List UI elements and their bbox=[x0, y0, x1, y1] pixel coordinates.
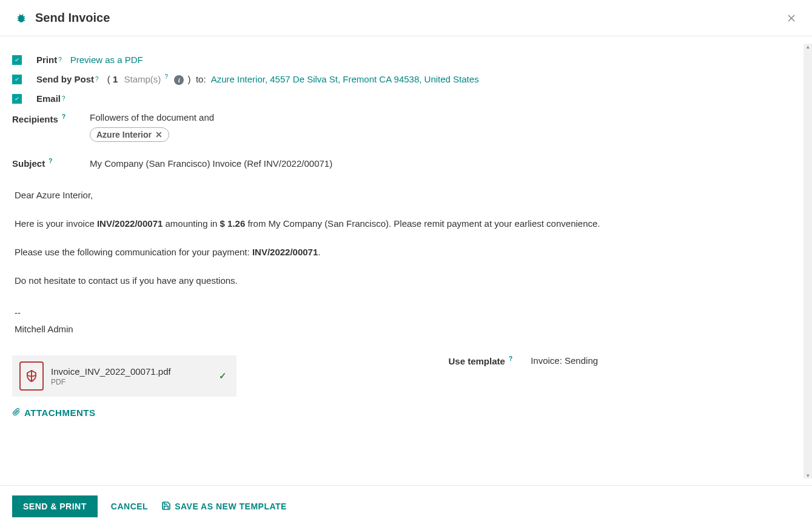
send-print-button[interactable]: SEND & PRINT bbox=[12, 495, 98, 517]
print-checkbox[interactable] bbox=[12, 55, 22, 65]
modal-footer: SEND & PRINT CANCEL SAVE AS NEW TEMPLATE bbox=[0, 485, 812, 527]
attachments-button[interactable]: ATTACHMENTS bbox=[12, 408, 95, 418]
modal-title: Send Invoice bbox=[35, 11, 110, 25]
stamp-word: Stamp(s) bbox=[124, 74, 161, 84]
close-button[interactable] bbox=[785, 12, 797, 27]
option-post-row: Send by Post ? ( 1 Stamp(s) ? i ) to: Az… bbox=[12, 73, 800, 85]
template-column: Use template ? Invoice: Sending bbox=[406, 355, 800, 366]
email-help-icon[interactable]: ? bbox=[62, 95, 65, 102]
recipients-label: Recipients bbox=[12, 114, 58, 124]
signature-separator: -- bbox=[15, 304, 797, 321]
save-template-label: SAVE AS NEW TEMPLATE bbox=[175, 502, 287, 511]
modal-body: Print ? Preview as a PDF Send by Post ? … bbox=[0, 36, 812, 473]
post-help-icon[interactable]: ? bbox=[95, 76, 99, 82]
recipient-tag-label: Azure Interior bbox=[96, 130, 152, 139]
post-checkbox[interactable] bbox=[12, 75, 22, 84]
attachments-label: ATTACHMENTS bbox=[24, 408, 95, 418]
option-email-row: Email ? bbox=[12, 93, 800, 104]
subject-input[interactable]: My Company (San Francisco) Invoice (Ref … bbox=[90, 158, 332, 169]
subject-help-icon[interactable]: ? bbox=[49, 158, 52, 164]
info-icon[interactable]: i bbox=[174, 75, 184, 85]
recipients-intro: Followers of the document and bbox=[90, 112, 800, 123]
email-label: Email bbox=[36, 93, 61, 104]
print-help-icon[interactable]: ? bbox=[58, 56, 62, 63]
cancel-button[interactable]: CANCEL bbox=[111, 502, 148, 511]
attachment-filename: Invoice_INV_2022_00071.pdf bbox=[51, 366, 171, 377]
template-help-icon[interactable]: ? bbox=[509, 355, 512, 362]
subject-row: Subject ? My Company (San Francisco) Inv… bbox=[12, 158, 800, 169]
remove-recipient-icon[interactable]: ✕ bbox=[155, 130, 163, 139]
body-line1: Here is your invoice INV/2022/00071 amou… bbox=[15, 215, 797, 232]
template-select[interactable]: Invoice: Sending bbox=[531, 355, 598, 366]
post-address-link[interactable]: Azure Interior, 4557 De Silva St, Fremon… bbox=[211, 74, 479, 84]
attachment-column: Invoice_INV_2022_00071.pdf PDF ✓ ATTACHM… bbox=[12, 355, 406, 418]
preview-pdf-link[interactable]: Preview as a PDF bbox=[70, 55, 143, 65]
to-prefix: to: bbox=[196, 74, 206, 84]
attachment-card[interactable]: Invoice_INV_2022_00071.pdf PDF ✓ bbox=[12, 355, 237, 397]
stamp-count: 1 bbox=[113, 74, 118, 84]
post-label: Send by Post bbox=[36, 74, 94, 84]
bottom-row: Invoice_INV_2022_00071.pdf PDF ✓ ATTACHM… bbox=[12, 355, 800, 418]
recipients-row: Recipients ? Followers of the document a… bbox=[12, 112, 800, 142]
signature-name: Mitchell Admin bbox=[15, 321, 797, 337]
attachment-ok-icon: ✓ bbox=[219, 371, 227, 381]
save-template-button[interactable]: SAVE AS NEW TEMPLATE bbox=[161, 501, 287, 512]
pdf-icon bbox=[19, 361, 44, 391]
attachment-type: PDF bbox=[51, 378, 171, 386]
print-label: Print bbox=[36, 55, 57, 65]
email-body[interactable]: Dear Azure Interior, Here is your invoic… bbox=[12, 183, 800, 341]
option-print-row: Print ? Preview as a PDF bbox=[12, 55, 800, 65]
recipient-tag[interactable]: Azure Interior ✕ bbox=[90, 127, 169, 142]
body-line3: Do not hesitate to contact us if you hav… bbox=[15, 272, 797, 289]
email-checkbox[interactable] bbox=[12, 94, 22, 104]
scrollbar[interactable] bbox=[804, 44, 812, 478]
bug-icon bbox=[16, 13, 27, 24]
body-line2: Please use the following communication f… bbox=[15, 244, 797, 260]
paperclip-icon bbox=[12, 408, 21, 418]
template-label: Use template bbox=[449, 356, 505, 366]
modal-header: Send Invoice bbox=[0, 0, 812, 36]
recipients-help-icon[interactable]: ? bbox=[62, 113, 65, 120]
stamp-help-icon[interactable]: ? bbox=[164, 73, 168, 80]
body-greeting: Dear Azure Interior, bbox=[15, 187, 797, 203]
subject-label: Subject bbox=[12, 158, 45, 169]
save-icon bbox=[161, 501, 171, 512]
